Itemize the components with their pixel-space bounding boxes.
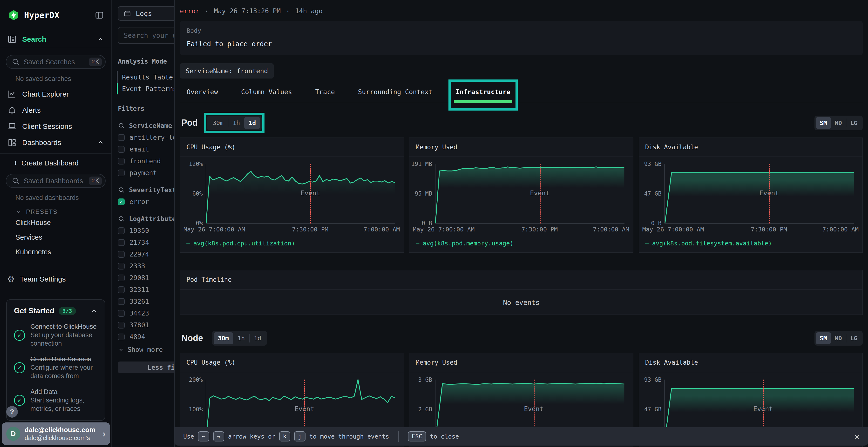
arrow-left-keycap: ← <box>198 431 209 442</box>
presets-toggle[interactable]: PRESETS <box>0 202 112 215</box>
event-marker-label: Event <box>301 189 320 197</box>
get-started-step-sources[interactable]: ✓ Create Data Sources Configure where yo… <box>14 355 97 380</box>
sidebar-item-alerts[interactable]: Alerts <box>0 102 112 118</box>
checkbox[interactable] <box>118 310 125 317</box>
event-body-card: Body Failed to place order <box>180 21 863 55</box>
help-button[interactable]: ? <box>6 406 18 418</box>
node-range-30m[interactable]: 30m <box>214 332 233 344</box>
saved-dashboards-input[interactable]: Saved Dashboards ⌘K <box>6 174 105 188</box>
create-dashboard-button[interactable]: + Create Dashboard <box>0 154 112 167</box>
pod-cpu-chart-card: CPU Usage (%) 120% 60% 0% Event May 26 7… <box>180 138 404 253</box>
sidebar-item-client-sessions[interactable]: Client Sessions <box>0 118 112 134</box>
sidebar-item-chart-explorer[interactable]: Chart Explorer <box>0 86 112 102</box>
mode-indicator <box>117 83 118 94</box>
tab-overview[interactable]: Overview <box>187 88 218 96</box>
x-tick: 7:30:00 PM <box>522 226 558 233</box>
event-detail-panel: error · May 26 7:13:26 PM · 14h ago Body… <box>174 0 868 447</box>
checkbox[interactable] <box>118 334 125 340</box>
filter-option-label: email <box>129 145 149 153</box>
node-range-1d[interactable]: 1d <box>250 332 266 344</box>
sidebar-item-label: Search <box>22 35 46 43</box>
filter-option-label: artillery-loa <box>129 134 180 141</box>
tab-infrastructure[interactable]: Infrastructure <box>456 88 511 96</box>
servicename-chip[interactable]: ServiceName: frontend <box>180 63 274 78</box>
filter-option-label: 21734 <box>129 239 149 246</box>
pod-range-1h[interactable]: 1h <box>228 117 244 129</box>
event-marker-label: Event <box>294 405 314 412</box>
checkbox[interactable] <box>118 251 125 258</box>
search-icon <box>11 177 20 185</box>
checkbox[interactable] <box>118 263 125 270</box>
checkbox[interactable] <box>118 158 125 165</box>
tab-surrounding-context[interactable]: Surrounding Context <box>358 88 433 96</box>
gear-icon: ⚙ <box>7 274 14 284</box>
preset-clickhouse[interactable]: ClickHouse <box>0 215 112 230</box>
node-size-lg[interactable]: LG <box>846 332 861 344</box>
sidebar-collapse-button[interactable] <box>94 10 104 20</box>
event-timestamp: May 26 7:13:26 PM <box>214 7 281 15</box>
checkbox[interactable] <box>118 239 125 246</box>
close-icon[interactable]: ✕ <box>855 432 859 441</box>
node-section-header: Node 30m 1h 1d SM MD LG <box>180 330 863 346</box>
check-circle-icon: ✓ <box>14 362 25 373</box>
pod-range-1d[interactable]: 1d <box>244 117 260 129</box>
checkbox[interactable] <box>118 227 125 234</box>
pod-size-md[interactable]: MD <box>831 117 846 129</box>
pod-cpu-plot[interactable]: 120% 60% 0% Event <box>180 164 399 224</box>
checkbox[interactable] <box>118 322 125 329</box>
chart-explorer-icon <box>7 89 17 99</box>
chevron-up-icon <box>97 36 104 43</box>
chart-legend: —avg(k8s.pod.filesystem.available) <box>645 240 863 247</box>
event-marker-label: Event <box>524 405 544 412</box>
footer-text: Use <box>183 433 194 440</box>
dashboards-icon <box>7 138 17 147</box>
tab-trace[interactable]: Trace <box>315 88 335 96</box>
filter-option-label: frontend <box>129 157 161 165</box>
node-range-1h[interactable]: 1h <box>233 332 249 344</box>
logs-source-icon <box>123 9 131 18</box>
checkbox[interactable] <box>118 146 125 153</box>
step-title: Create Data Sources <box>30 355 97 364</box>
pod-disk-plot[interactable]: 93 GB 47 GB 0 B Event <box>639 164 858 224</box>
chevron-down-icon <box>118 347 124 353</box>
y-tick: 2 GB <box>409 406 432 413</box>
user-account-button[interactable]: D dale@clickhouse.com dale@clickhouse.co… <box>2 422 110 445</box>
sidebar-item-dashboards[interactable]: Dashboards <box>0 134 112 150</box>
sidebar-item-search[interactable]: Search <box>0 33 112 48</box>
preset-services[interactable]: Services <box>0 230 112 245</box>
y-tick: 0% <box>180 220 203 227</box>
pod-timerange-control: 30m 1h 1d <box>207 115 261 130</box>
checkbox[interactable] <box>118 134 125 141</box>
pod-size-lg[interactable]: LG <box>846 117 861 129</box>
search-icon <box>118 122 125 129</box>
get-started-step-add-data[interactable]: ✓ Add Data Start sending logs, metrics, … <box>14 388 97 413</box>
saved-searches-input[interactable]: Saved Searches ⌘K <box>6 55 105 69</box>
pod-size-sm[interactable]: SM <box>816 117 831 129</box>
esc-keycap: ESC <box>408 431 426 442</box>
get-started-step-connect[interactable]: ✓ Connect to ClickHouse Set up your data… <box>14 322 97 348</box>
checkbox[interactable] <box>118 170 125 176</box>
chevron-up-icon[interactable] <box>90 307 97 314</box>
checkbox-checked[interactable]: ✓ <box>118 199 125 205</box>
checkbox[interactable] <box>118 298 125 305</box>
footer-text: to move through events <box>309 433 389 440</box>
pod-disk-chart-card: Disk Available 93 GB 47 GB 0 B Event May… <box>639 138 863 253</box>
chart-legend: —avg(k8s.pod.cpu.utilization) <box>186 240 404 247</box>
arrow-right-keycap: → <box>213 431 224 442</box>
node-size-sm[interactable]: SM <box>816 332 831 344</box>
event-marker-label: Event <box>530 189 550 197</box>
checkbox[interactable] <box>118 275 125 281</box>
preset-kubernetes[interactable]: Kubernetes <box>0 245 112 260</box>
tab-column-values[interactable]: Column Values <box>241 88 292 96</box>
pod-range-30m[interactable]: 30m <box>208 117 228 129</box>
separator-dot: · <box>205 7 209 15</box>
sidebar-item-team-settings[interactable]: ⚙ Team Settings <box>0 271 112 287</box>
checkbox[interactable] <box>118 286 125 293</box>
node-size-md[interactable]: MD <box>831 332 846 344</box>
step-description: Set up your database connection <box>30 331 97 348</box>
create-dashboard-label: Create Dashboard <box>22 159 79 167</box>
x-tick: 7:00:00 AM <box>364 226 400 233</box>
pod-memory-plot[interactable]: 191 MB 95 MB 0 B Event <box>409 164 628 224</box>
pod-size-control: SM MD LG <box>814 115 863 130</box>
show-more-label: Show more <box>128 346 163 353</box>
